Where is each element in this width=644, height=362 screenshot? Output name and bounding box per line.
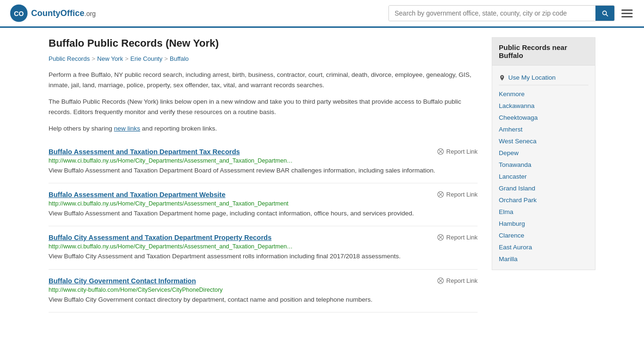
report-label-2: Report Link [446, 234, 478, 241]
header-right [388, 5, 635, 21]
svg-text:CO: CO [14, 10, 24, 17]
breadcrumb-sep: > [91, 55, 95, 62]
record-url-0: http://www.ci.buffalo.ny.us/Home/City_De… [49, 157, 478, 164]
page-title: Buffalo Public Records (New York) [49, 37, 478, 49]
description-2: The Buffalo Public Records (New York) li… [49, 97, 478, 117]
description-1: Perform a free Buffalo, NY public record… [49, 70, 478, 90]
logo-text: CountyOffice.org [31, 8, 96, 18]
report-icon-1 [437, 191, 444, 198]
logo-icon: CO [9, 4, 28, 23]
sidebar-link-kenmore[interactable]: Kenmore [499, 88, 588, 100]
breadcrumb-public-records[interactable]: Public Records [49, 55, 90, 62]
sidebar-link-lackawanna[interactable]: Lackawanna [499, 100, 588, 112]
new-links-link[interactable]: new links [114, 125, 140, 132]
report-link-1[interactable]: Report Link [437, 191, 478, 198]
record-item: Buffalo City Assessment and Taxation Dep… [49, 226, 478, 269]
record-desc-0: View Buffalo Assessment and Taxation Dep… [49, 166, 478, 175]
sidebar-title: Public Records near Buffalo [492, 38, 595, 66]
use-location-label: Use My Location [508, 74, 556, 81]
search-bar [388, 5, 615, 21]
breadcrumb: Public Records > New York > Erie County … [49, 55, 478, 62]
report-icon-2 [437, 234, 444, 241]
sidebar-links: KenmoreLackawannaCheektowagaAmherstWest … [499, 88, 588, 265]
description-3: Help others by sharing new links and rep… [49, 123, 478, 134]
menu-line [621, 9, 633, 11]
record-url-3: http://www.city-buffalo.com/Home/CitySer… [49, 287, 478, 293]
record-desc-2: View Buffalo City Assessment and Taxatio… [49, 252, 478, 261]
sidebar-link-hamburg[interactable]: Hamburg [499, 218, 588, 230]
sidebar-link-tonawanda[interactable]: Tonawanda [499, 159, 588, 171]
report-link-2[interactable]: Report Link [437, 234, 478, 241]
sidebar-link-clarence[interactable]: Clarence [499, 230, 588, 241]
record-item: Buffalo Assessment and Taxation Departme… [49, 183, 478, 226]
search-input[interactable] [389, 6, 595, 21]
main-content: Buffalo Public Records (New York) Public… [49, 37, 478, 313]
sidebar-link-lancaster[interactable]: Lancaster [499, 171, 588, 182]
record-list: Buffalo Assessment and Taxation Departme… [49, 140, 478, 313]
logo[interactable]: CO CountyOffice.org [9, 4, 96, 23]
hamburger-menu-button[interactable] [619, 8, 635, 19]
record-title-3[interactable]: Buffalo City Government Contact Informat… [49, 277, 196, 285]
record-title-2[interactable]: Buffalo City Assessment and Taxation Dep… [49, 234, 272, 241]
search-icon [601, 9, 609, 17]
record-title-1[interactable]: Buffalo Assessment and Taxation Departme… [49, 191, 225, 198]
record-item: Buffalo City Government Contact Informat… [49, 270, 478, 313]
sidebar-content: Use My Location KenmoreLackawannaCheekto… [492, 66, 595, 270]
record-url-1: http://www.ci.buffalo.ny.us/Home/City_De… [49, 200, 478, 207]
record-title-0[interactable]: Buffalo Assessment and Taxation Departme… [49, 148, 240, 156]
report-label-0: Report Link [446, 148, 478, 155]
report-icon-3 [437, 277, 444, 284]
sidebar-link-orchard-park[interactable]: Orchard Park [499, 194, 588, 206]
use-location-button[interactable]: Use My Location [499, 70, 588, 85]
sidebar-link-east-aurora[interactable]: East Aurora [499, 241, 588, 253]
sidebar-link-elma[interactable]: Elma [499, 206, 588, 218]
report-link-0[interactable]: Report Link [437, 148, 478, 155]
record-desc-1: View Buffalo Assessment and Taxation Dep… [49, 209, 478, 218]
sidebar: Public Records near Buffalo Use My Locat… [492, 37, 595, 313]
location-icon [499, 74, 505, 81]
menu-line [621, 13, 633, 14]
report-label-1: Report Link [446, 191, 478, 198]
record-desc-3: View Buffalo City Government contact dir… [49, 295, 478, 304]
breadcrumb-buffalo[interactable]: Buffalo [170, 55, 189, 62]
report-link-3[interactable]: Report Link [437, 277, 478, 284]
sidebar-link-depew[interactable]: Depew [499, 147, 588, 159]
description-3-suffix: and reporting broken links. [140, 125, 217, 132]
breadcrumb-new-york[interactable]: New York [97, 55, 123, 62]
breadcrumb-sep: > [125, 55, 129, 62]
breadcrumb-sep: > [164, 55, 168, 62]
sidebar-link-grand-island[interactable]: Grand Island [499, 182, 588, 194]
description-3-prefix: Help others by sharing [49, 125, 114, 132]
sidebar-box: Public Records near Buffalo Use My Locat… [492, 37, 595, 270]
breadcrumb-erie-county[interactable]: Erie County [131, 55, 163, 62]
report-label-3: Report Link [446, 277, 478, 284]
sidebar-link-marilla[interactable]: Marilla [499, 253, 588, 265]
record-item: Buffalo Assessment and Taxation Departme… [49, 140, 478, 183]
sidebar-link-west-seneca[interactable]: West Seneca [499, 135, 588, 147]
record-url-2: http://www.ci.buffalo.ny.us/Home/City_De… [49, 243, 478, 250]
search-button[interactable] [595, 6, 614, 21]
sidebar-link-amherst[interactable]: Amherst [499, 123, 588, 135]
sidebar-link-cheektowaga[interactable]: Cheektowaga [499, 112, 588, 123]
menu-line [621, 16, 633, 17]
report-icon-0 [437, 148, 444, 155]
